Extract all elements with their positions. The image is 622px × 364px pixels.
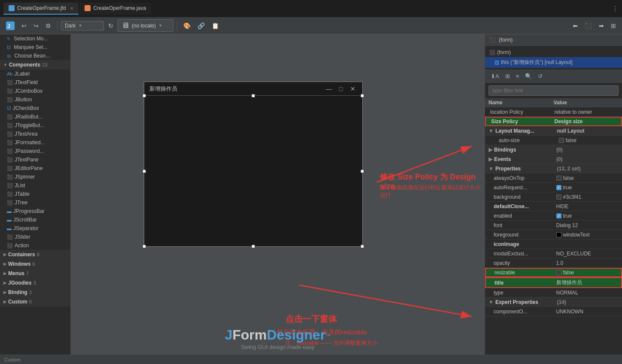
component-jtextfield[interactable]: ⬛JTextField — [0, 78, 70, 87]
component-jtogglebutton[interactable]: ⬛JToggleBut... — [0, 121, 70, 130]
redo-button[interactable]: ↪ — [31, 21, 41, 31]
component-jlabel[interactable]: AbJLabel — [0, 70, 70, 78]
prop-title[interactable]: title 新增操作员 — [485, 277, 622, 288]
section-menus[interactable]: ▶ Menus 7 — [0, 269, 70, 278]
tab-jfd[interactable]: CreateOperFrame.jfd ✕ — [3, 3, 79, 15]
color-button[interactable]: 🎨 — [181, 21, 193, 31]
prop-icon-image[interactable]: iconImage — [485, 240, 622, 249]
component-jlist[interactable]: ⬛JList — [0, 181, 70, 190]
component-jcheckbox[interactable]: ☑JCheckBox — [0, 104, 70, 112]
autorequest-checkbox[interactable]: ✓ — [556, 185, 561, 190]
frame-close[interactable]: ✕ — [349, 85, 357, 93]
theme-dropdown[interactable]: Dark ▼ — [61, 21, 104, 30]
prop-value-enabled: ✓ true — [556, 213, 619, 219]
tree-item-form[interactable]: ⬛ (form) — [485, 48, 622, 57]
handle-tm[interactable] — [252, 94, 255, 97]
component-jradiobutton[interactable]: ⬛JRadioBut... — [0, 112, 70, 121]
section-windows[interactable]: ▶ Windows 6 — [0, 259, 70, 269]
more-tabs-button[interactable]: ⋮ — [612, 5, 619, 13]
prop-section-bindings[interactable]: ▶ Bindings (0) — [485, 145, 622, 155]
component-jcombobox[interactable]: ⬛JComboBox — [0, 87, 70, 95]
align-left-button[interactable]: ⬅ — [570, 21, 580, 31]
prop-size-policy[interactable]: Size Policy Design size — [485, 117, 622, 126]
resizable-checkbox[interactable] — [556, 270, 561, 275]
prop-font[interactable]: font Dialog 12 — [485, 221, 622, 230]
prop-enabled[interactable]: enabled ✓ true — [485, 211, 622, 221]
component-jtree[interactable]: ⬛JTree — [0, 198, 70, 207]
component-jtextpane[interactable]: ⬛JTextPane — [0, 155, 70, 164]
frame-minimize[interactable]: — — [325, 85, 333, 93]
component-jeditorpane[interactable]: ⬛JEditorPane — [0, 164, 70, 173]
handle-tl[interactable] — [143, 94, 146, 97]
reset-button[interactable]: ↺ — [536, 72, 545, 81]
component-jslider[interactable]: ⬛JSlider — [0, 233, 70, 241]
sort-set-button[interactable]: ≡ — [514, 72, 522, 81]
component-jtextarea[interactable]: ⬛JTextArea — [0, 130, 70, 138]
tool-marquee[interactable]: ⊡ Marquee Sel... — [0, 43, 70, 52]
foreground-color-box[interactable] — [556, 232, 561, 237]
tree-item-this[interactable]: 🖼 this ("新增操作员") [null Layout] — [485, 57, 622, 68]
section-jgoodies[interactable]: ▶ JGoodies 3 — [0, 278, 70, 288]
component-jbutton[interactable]: ⬛JButton — [0, 95, 70, 104]
prop-foreground[interactable]: foreground windowText — [485, 230, 622, 240]
frame-maximize[interactable]: □ — [337, 85, 345, 93]
prop-auto-size[interactable]: auto-size false — [485, 136, 622, 145]
handle-bm[interactable] — [252, 245, 255, 248]
locale-dropdown[interactable]: 🖥 (no locale) ▼ — [118, 19, 173, 32]
component-jtable[interactable]: ⬛JTable — [0, 190, 70, 198]
prop-always-on-top[interactable]: alwaysOnTop false — [485, 173, 622, 183]
handle-bl[interactable] — [143, 245, 146, 248]
enabled-checkbox[interactable]: ✓ — [556, 213, 561, 218]
filter-input[interactable] — [488, 85, 619, 96]
handle-br[interactable] — [361, 245, 364, 248]
autosize-checkbox[interactable] — [559, 138, 564, 143]
component-jprogressbar[interactable]: ▬JProgressBar — [0, 207, 70, 215]
prop-auto-request[interactable]: autoRequest... ✓ true — [485, 183, 622, 192]
component-jformatted[interactable]: ⬛JFormatted... — [0, 138, 70, 147]
component-jpassword[interactable]: ⬛JPassword... — [0, 147, 70, 155]
prop-type[interactable]: type NORMAL — [485, 288, 622, 297]
handle-mr[interactable] — [361, 170, 364, 173]
component-jspinner[interactable]: ⬛JSpinner — [0, 173, 70, 181]
link-button[interactable]: 🔗 — [195, 21, 207, 31]
align-right-button[interactable]: ➡ — [596, 21, 607, 31]
component-jseparator[interactable]: ▬JSeparator — [0, 224, 70, 233]
undo-button[interactable]: ↩ — [19, 21, 29, 31]
prop-section-events[interactable]: ▶ Events (0) — [485, 155, 622, 164]
tool-selection[interactable]: ↖ Selection Mo... — [0, 34, 70, 43]
section-components[interactable]: ▼ Components 23 — [0, 60, 70, 70]
prop-opacity[interactable]: opacity 1.0 — [485, 258, 622, 268]
refresh-button[interactable]: ↻ — [106, 21, 116, 31]
tab-java[interactable]: CreateOperFrame.java — [79, 3, 151, 15]
prop-location-policy[interactable]: location Policy relative to owner — [485, 107, 622, 117]
section-custom[interactable]: ▶ Custom 0 — [0, 297, 70, 306]
sort-alpha-button[interactable]: ⬇A — [488, 72, 501, 81]
tab-jfd-close[interactable]: ✕ — [70, 6, 73, 11]
logo-button[interactable]: J — [3, 20, 17, 32]
handle-ml[interactable] — [143, 170, 146, 173]
prop-modal-excl[interactable]: modalExclusi... NO_EXCLUDE — [485, 249, 622, 258]
prop-section-expert[interactable]: ▼ Expert Properties (14) — [485, 297, 622, 307]
prop-resizable[interactable]: resizable false — [485, 268, 622, 277]
search-button[interactable]: 🔍 — [523, 72, 534, 81]
section-containers[interactable]: ▶ Containers 9 — [0, 250, 70, 259]
always-checkbox[interactable] — [556, 176, 561, 181]
settings-button[interactable]: ⚙ — [43, 21, 54, 31]
component-action[interactable]: ⬛Action — [0, 241, 70, 250]
prop-default-close[interactable]: defaultClose... HIDE — [485, 202, 622, 211]
canvas-area[interactable]: 新增操作员 — □ ✕ 修改 Size Policy 为 Design size… — [71, 34, 485, 355]
prop-background[interactable]: background #3c3f41 — [485, 192, 622, 202]
grid-button[interactable]: ⊞ — [608, 21, 619, 31]
prop-component-o[interactable]: componentO... UNKNOWN — [485, 307, 622, 316]
handle-tr[interactable] — [361, 94, 364, 97]
tool-choose-bean[interactable]: ◎ Choose Bean... — [0, 52, 70, 60]
component-jscrollbar[interactable]: ▬JScrollBar — [0, 215, 70, 224]
design-frame[interactable]: 新增操作员 — □ ✕ — [144, 82, 363, 247]
background-color-box[interactable] — [556, 194, 561, 200]
prop-section-layout[interactable]: ▼ Layout Manag... null Layout — [485, 126, 622, 136]
sort-cat-button[interactable]: ⊞ — [503, 72, 512, 81]
section-binding[interactable]: ▶ Binding 3 — [0, 288, 70, 297]
prop-section-properties[interactable]: ▼ Properties (13, 2 set) — [485, 164, 622, 173]
align-center-button[interactable]: ⬛ — [582, 21, 595, 31]
copy-button[interactable]: 📋 — [209, 21, 221, 31]
